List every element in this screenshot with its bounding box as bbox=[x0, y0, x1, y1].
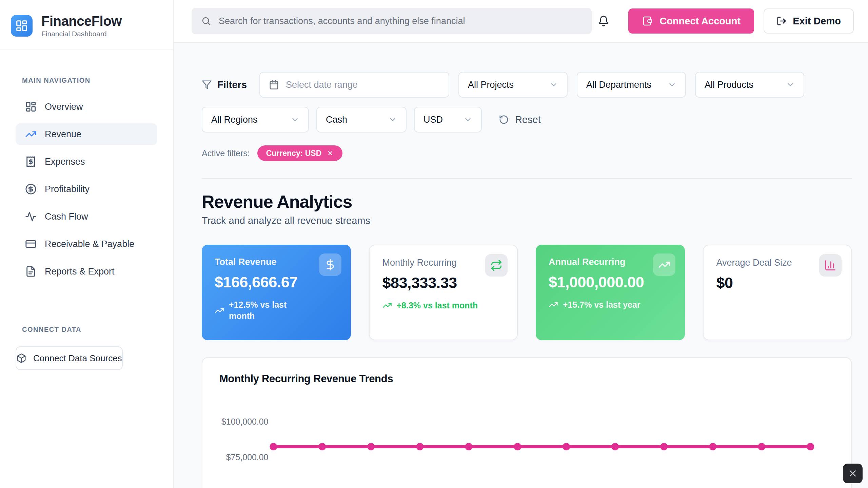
data-point[interactable] bbox=[709, 443, 716, 450]
main-navigation: Overview Revenue Expenses Profitability … bbox=[16, 96, 157, 282]
rotate-ccw-icon bbox=[499, 115, 509, 125]
page-subtitle: Track and analyze all revenue streams bbox=[202, 215, 852, 226]
stat-card-delta-text: +15.7% vs last year bbox=[563, 299, 640, 310]
active-filter-chip-currency[interactable]: Currency: USD bbox=[257, 145, 343, 161]
sidebar-item-reports-export[interactable]: Reports & Export bbox=[16, 261, 157, 282]
filters-label: Filters bbox=[217, 79, 247, 90]
data-point[interactable] bbox=[660, 443, 668, 450]
page-title: Revenue Analytics bbox=[202, 191, 852, 212]
chip-label: Currency: USD bbox=[266, 149, 322, 158]
stat-card-icon-box bbox=[319, 253, 341, 276]
filters-row-1: Filters Select date range All Projects A… bbox=[202, 72, 852, 98]
notifications-button[interactable] bbox=[598, 15, 609, 27]
data-point[interactable] bbox=[514, 443, 521, 450]
global-search[interactable] bbox=[192, 8, 592, 34]
stat-card-icon-box bbox=[819, 254, 842, 277]
trending-up-icon bbox=[658, 259, 670, 271]
document-icon bbox=[25, 266, 37, 277]
chevron-down-icon bbox=[463, 115, 472, 124]
stat-card-delta: +12.5% vs last month bbox=[215, 299, 338, 321]
stat-card-total-revenue[interactable]: Total Revenue $166,666.67 +12.5% vs last… bbox=[202, 245, 351, 340]
dismiss-button[interactable] bbox=[843, 464, 863, 483]
data-point[interactable] bbox=[465, 443, 472, 450]
bar-chart-icon bbox=[824, 259, 836, 271]
projects-select[interactable]: All Projects bbox=[458, 72, 568, 98]
stat-card-annual-recurring[interactable]: Annual Recurring $1,000,000.00 +15.7% vs… bbox=[536, 245, 685, 340]
data-point[interactable] bbox=[563, 443, 570, 450]
regions-select[interactable]: All Regions bbox=[202, 107, 309, 133]
sidebar-item-profitability[interactable]: Profitability bbox=[16, 178, 157, 200]
receipt-icon bbox=[25, 156, 37, 167]
funnel-icon bbox=[202, 80, 212, 90]
sidebar-item-revenue[interactable]: Revenue bbox=[16, 123, 157, 145]
dashboard-icon bbox=[15, 19, 28, 32]
currency-select-value: USD bbox=[423, 115, 443, 125]
dashboard-icon bbox=[25, 101, 37, 113]
filters-caption: Filters bbox=[202, 79, 247, 90]
search-input[interactable] bbox=[219, 16, 582, 26]
topbar: Connect Account Exit Demo bbox=[174, 0, 868, 43]
data-point[interactable] bbox=[416, 443, 423, 450]
sidebar-item-label: Cash Flow bbox=[45, 211, 88, 222]
chevron-down-icon bbox=[668, 80, 676, 89]
sidebar: FinanceFlow Financial Dashboard MAIN NAV… bbox=[0, 0, 174, 488]
connect-account-button[interactable]: Connect Account bbox=[628, 8, 754, 34]
connect-data-sources-label: Connect Data Sources bbox=[33, 353, 122, 364]
sidebar-item-label: Profitability bbox=[45, 184, 90, 195]
date-range-input[interactable]: Select date range bbox=[259, 72, 449, 98]
data-point[interactable] bbox=[611, 443, 619, 450]
repeat-icon bbox=[490, 259, 502, 271]
data-point[interactable] bbox=[270, 443, 277, 450]
mrr-trends-chart-card: Monthly Recurring Revenue Trends $100,00… bbox=[202, 357, 852, 488]
departments-select[interactable]: All Departments bbox=[577, 72, 686, 98]
cube-icon bbox=[16, 353, 26, 363]
products-select-value: All Products bbox=[705, 80, 753, 90]
connect-account-label: Connect Account bbox=[659, 16, 741, 27]
app-name: FinanceFlow bbox=[41, 14, 122, 28]
stat-card-label: Total Revenue bbox=[215, 257, 306, 267]
wallet-icon bbox=[642, 16, 653, 26]
sidebar-item-receivable-payable[interactable]: Receivable & Payable bbox=[16, 233, 157, 255]
sidebar-item-expenses[interactable]: Expenses bbox=[16, 151, 157, 172]
stat-cards-row: Total Revenue $166,666.67 +12.5% vs last… bbox=[202, 245, 852, 340]
trending-up-icon bbox=[382, 301, 392, 310]
data-point[interactable] bbox=[367, 443, 375, 450]
search-icon bbox=[201, 16, 211, 26]
sidebar-item-cash-flow[interactable]: Cash Flow bbox=[16, 206, 157, 227]
sidebar-item-overview[interactable]: Overview bbox=[16, 96, 157, 118]
mrr-line-chart[interactable]: $100,000.00 $75,000.00 $50,000.00 bbox=[219, 400, 834, 488]
credit-card-icon bbox=[25, 238, 37, 250]
exit-demo-button[interactable]: Exit Demo bbox=[764, 8, 854, 34]
chart-title: Monthly Recurring Revenue Trends bbox=[219, 373, 834, 385]
products-select[interactable]: All Products bbox=[695, 72, 804, 98]
sidebar-item-label: Reports & Export bbox=[45, 266, 115, 277]
sidebar-item-label: Overview bbox=[45, 102, 83, 112]
currency-select[interactable]: USD bbox=[414, 107, 482, 133]
y-axis-tick: $100,000.00 bbox=[221, 417, 268, 426]
reset-filters-button[interactable]: Reset bbox=[499, 114, 541, 125]
dollar-circle-icon bbox=[25, 183, 37, 195]
data-point[interactable] bbox=[758, 443, 765, 450]
stat-card-average-deal-size[interactable]: Average Deal Size $0 bbox=[703, 245, 852, 340]
connect-data-sources-button[interactable]: Connect Data Sources bbox=[16, 346, 123, 370]
data-point[interactable] bbox=[318, 443, 326, 450]
stat-card-delta: +8.3% vs last month bbox=[382, 300, 505, 311]
stat-card-monthly-recurring[interactable]: Monthly Recurring $83,333.33 +8.3% vs la… bbox=[369, 245, 518, 340]
trending-up-icon bbox=[25, 128, 37, 140]
sidebar-item-label: Revenue bbox=[45, 129, 81, 140]
date-range-placeholder: Select date range bbox=[286, 80, 358, 90]
section-divider bbox=[202, 178, 852, 179]
line-chart-svg: $100,000.00 $75,000.00 $50,000.00 bbox=[219, 400, 834, 488]
stat-card-label: Annual Recurring bbox=[549, 257, 640, 267]
accounting-basis-select[interactable]: Cash bbox=[316, 107, 407, 133]
exit-demo-label: Exit Demo bbox=[793, 16, 841, 27]
calendar-icon bbox=[269, 80, 279, 90]
data-point[interactable] bbox=[807, 443, 814, 450]
stat-card-label: Average Deal Size bbox=[716, 258, 808, 268]
stat-card-delta-text: +12.5% vs last month bbox=[229, 299, 314, 321]
y-axis-tick: $75,000.00 bbox=[226, 452, 269, 462]
close-icon[interactable] bbox=[327, 150, 334, 157]
stat-card-delta: +15.7% vs last year bbox=[549, 299, 672, 310]
sidebar-item-label: Expenses bbox=[45, 157, 85, 167]
regions-select-value: All Regions bbox=[211, 115, 258, 125]
